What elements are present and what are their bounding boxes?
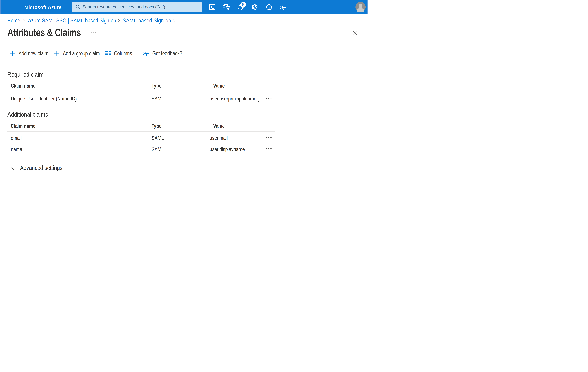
table-header-row: Claim name Type Value	[7, 121, 275, 132]
directory-filter-icon[interactable]	[221, 0, 232, 14]
global-search-input[interactable]	[72, 2, 202, 12]
breadcrumb-chevron-icon	[117, 19, 120, 23]
feedback-icon[interactable]	[277, 0, 289, 14]
breadcrumb-home[interactable]: Home	[7, 18, 20, 23]
ellipsis-dot	[268, 97, 269, 99]
ellipsis-dot	[268, 148, 269, 149]
breadcrumb: Home Azure SAML SSO | SAML-based Sign-on…	[7, 18, 178, 23]
got-feedback-button[interactable]: Got feedback?	[143, 50, 184, 56]
avatar[interactable]	[355, 2, 366, 12]
breadcrumb-app-sso[interactable]: Azure SAML SSO | SAML-based Sign-on	[28, 18, 115, 23]
hamburger-bar	[6, 9, 11, 10]
breadcrumb-chevron-icon	[173, 19, 176, 23]
required-claim-table: Claim name Type Value Unique User Identi…	[7, 81, 275, 104]
plus-icon	[54, 51, 60, 56]
breadcrumb-label: Azure SAML SSO | SAML-based Sign-on	[28, 17, 116, 24]
ellipsis-dot	[266, 97, 267, 99]
brand-microsoft-azure[interactable]: Microsoft Azure	[24, 5, 62, 10]
notification-badge: 6	[240, 2, 246, 8]
azure-top-bar: Microsoft Azure 6	[0, 0, 368, 14]
hamburger-bar	[6, 6, 11, 6]
col-value: Value	[210, 83, 262, 92]
col-claim-name: Claim name	[7, 123, 152, 131]
advanced-settings-toggle[interactable]: Advanced settings	[11, 164, 63, 171]
ellipsis-dot	[266, 137, 267, 138]
advanced-settings-label: Advanced settings	[20, 164, 63, 171]
search-input[interactable]	[83, 4, 200, 10]
col-type: Type	[152, 83, 210, 92]
ellipsis-dot	[93, 32, 94, 33]
breadcrumb-label: SAML-based Sign-on	[123, 17, 171, 24]
row-actions-ellipsis-icon[interactable]	[262, 148, 275, 149]
ellipsis-dot	[268, 137, 269, 138]
breadcrumb-label: Home	[7, 17, 20, 24]
cloud-shell-icon[interactable]	[206, 0, 218, 14]
table-row[interactable]: name SAML user.displayname	[7, 143, 275, 154]
close-icon[interactable]	[352, 30, 358, 35]
row-actions-ellipsis-icon[interactable]	[262, 97, 275, 99]
add-group-claim-button[interactable]: Add a group claim	[54, 50, 103, 56]
add-new-claim-button[interactable]: Add new claim	[10, 50, 51, 56]
table-header-row: Claim name Type Value	[7, 81, 275, 92]
hamburger-bar	[6, 8, 11, 8]
ellipsis-dot	[271, 148, 272, 149]
cell-value: user.userprincipalname [...	[210, 96, 262, 102]
cell-value: user.displayname	[210, 146, 262, 152]
required-claim-heading: Required claim	[7, 71, 43, 77]
settings-gear-icon[interactable]	[249, 0, 261, 14]
notifications-bell-icon[interactable]: 6	[236, 0, 248, 14]
button-label: Got feedback?	[152, 50, 182, 57]
window-top-edge	[0, 0, 368, 0]
ellipsis-dot	[271, 137, 272, 138]
ellipsis-dot	[266, 148, 267, 149]
cell-claim-name: Unique User Identifier (Name ID)	[7, 96, 152, 102]
help-icon[interactable]	[263, 0, 275, 14]
additional-claims-heading: Additional claims	[7, 111, 48, 117]
cell-claim-name: email	[7, 135, 152, 141]
window-right-edge	[367, 0, 368, 14]
columns-icon	[105, 51, 111, 55]
additional-claims-table: Claim name Type Value email SAML user.ma…	[7, 121, 275, 154]
attributes-claims-page: Microsoft Azure 6 Home Azure SAML SSO | …	[0, 0, 368, 186]
hamburger-menu-icon[interactable]	[6, 6, 11, 10]
row-actions-ellipsis-icon[interactable]	[262, 137, 275, 138]
chevron-down-icon	[11, 167, 16, 170]
feedback-icon	[143, 50, 149, 56]
table-row[interactable]: email SAML user.mail	[7, 132, 275, 143]
cell-claim-name: name	[7, 146, 152, 152]
cell-type: SAML	[152, 135, 210, 141]
plus-icon	[10, 51, 15, 56]
toolbar-divider	[137, 50, 137, 56]
breadcrumb-saml-signon[interactable]: SAML-based Sign-on	[123, 18, 170, 23]
command-bar: Add new claim Add a group claim Columns …	[0, 50, 368, 56]
ellipsis-dot	[271, 97, 272, 99]
title-more-ellipsis-icon[interactable]	[91, 31, 96, 33]
columns-button[interactable]: Columns	[105, 50, 134, 56]
ellipsis-dot	[95, 32, 96, 33]
cell-value: user.mail	[210, 135, 262, 141]
table-row[interactable]: Unique User Identifier (Name ID) SAML us…	[7, 92, 275, 104]
col-value: Value	[210, 123, 262, 131]
cell-type: SAML	[152, 146, 210, 152]
page-title: Attributes & Claims	[8, 27, 81, 37]
search-icon	[75, 4, 81, 10]
toolbar-rule	[7, 59, 363, 59]
col-claim-name: Claim name	[7, 83, 152, 92]
window-left-edge	[0, 0, 1, 14]
cell-type: SAML	[152, 96, 210, 102]
button-label: Add new claim	[19, 50, 48, 57]
col-type: Type	[152, 123, 210, 131]
button-label: Columns	[114, 50, 132, 57]
breadcrumb-chevron-icon	[23, 19, 25, 23]
button-label: Add a group claim	[63, 50, 100, 57]
ellipsis-dot	[91, 32, 92, 33]
